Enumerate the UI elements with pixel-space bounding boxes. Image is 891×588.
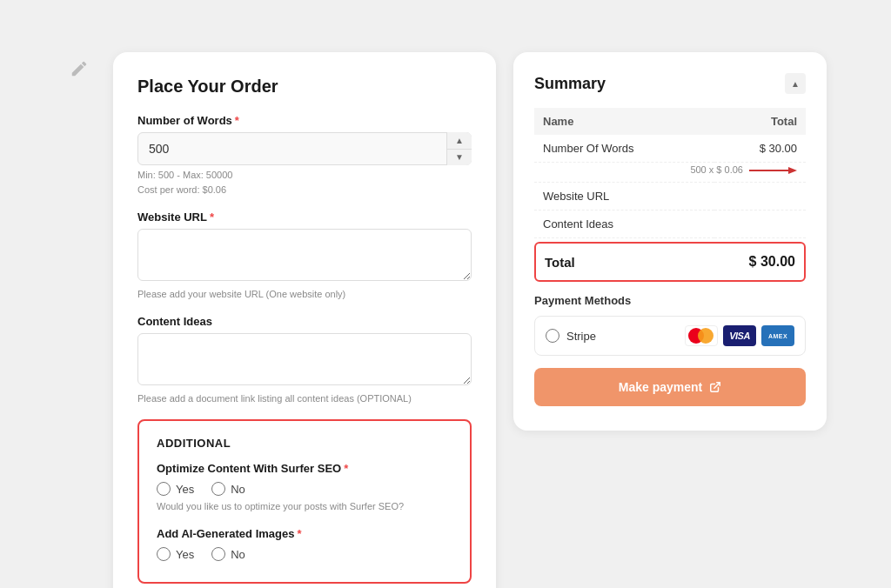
surfer-seo-label: Optimize Content With Surfer SEO*: [157, 462, 452, 475]
summary-title: Summary: [534, 75, 606, 93]
required-star: *: [344, 462, 348, 475]
summary-collapse-button[interactable]: ▲: [785, 73, 806, 94]
spinner-up-button[interactable]: ▲: [447, 132, 472, 150]
amex-icon: AMEX: [761, 325, 794, 346]
external-link-icon: [709, 381, 721, 393]
ai-images-options: Yes No: [157, 547, 452, 561]
col-name-header: Name: [534, 108, 714, 135]
ai-images-yes[interactable]: Yes: [157, 547, 194, 561]
stripe-label: Stripe: [566, 330, 596, 343]
summary-panel: Summary ▲ Name Total Number Of Words $ 3…: [513, 52, 827, 431]
content-ideas-input[interactable]: [137, 333, 472, 385]
spinner-down-button[interactable]: ▼: [447, 150, 472, 166]
surfer-seo-no[interactable]: No: [211, 482, 245, 496]
payment-section: Payment Methods Stripe: [534, 294, 806, 406]
total-value: $ 30.00: [749, 254, 795, 270]
row-total: [714, 210, 806, 238]
summary-table: Name Total Number Of Words $ 30.00 500 x…: [534, 108, 806, 238]
surfer-seo-group: Optimize Content With Surfer SEO* Yes No…: [157, 462, 452, 511]
content-ideas-label: Content Ideas: [137, 315, 472, 328]
required-star: *: [235, 114, 239, 127]
table-sub-row: 500 x $ 0.06: [534, 163, 806, 183]
make-payment-button[interactable]: Make payment: [534, 368, 806, 406]
ai-images-label: Add AI-Generated Images*: [157, 527, 452, 540]
summary-header: Summary ▲: [534, 73, 806, 94]
summary-table-body: Number Of Words $ 30.00 500 x $ 0.06: [534, 135, 806, 238]
row-name: Website URL: [534, 183, 714, 210]
table-row: Content Ideas: [534, 210, 806, 238]
word-count-group: Number of Words* ▲ ▼ Min: 500 - Max: 500…: [137, 114, 472, 195]
row-name: Content Ideas: [534, 210, 714, 238]
surfer-seo-hint: Would you like us to optimize your posts…: [157, 501, 452, 511]
payment-methods-title: Payment Methods: [534, 294, 806, 307]
word-count-min-hint: Min: 500 - Max: 50000: [137, 170, 472, 180]
payment-option-stripe: Stripe VISA AMEX: [534, 316, 806, 356]
total-label: Total: [545, 255, 575, 270]
word-count-label: Number of Words*: [137, 114, 472, 127]
summary-table-head: Name Total: [534, 108, 806, 135]
order-form-panel: Place Your Order Number of Words* ▲ ▼ Mi…: [113, 52, 496, 588]
ai-images-no[interactable]: No: [211, 547, 245, 561]
payment-option-left: Stripe: [546, 329, 596, 343]
ai-images-group: Add AI-Generated Images* Yes No: [157, 527, 452, 561]
additional-section: ADDITIONAL Optimize Content With Surfer …: [137, 419, 472, 584]
table-row: Website URL: [534, 183, 806, 210]
content-ideas-group: Content Ideas Please add a document link…: [137, 315, 472, 404]
total-inner: Total $ 30.00: [536, 244, 804, 280]
word-count-cost-hint: Cost per word: $0.06: [137, 184, 472, 195]
required-star: *: [210, 210, 214, 224]
svg-marker-1: [788, 167, 797, 174]
word-count-input-wrapper: ▲ ▼: [137, 132, 472, 165]
surfer-seo-yes[interactable]: Yes: [157, 482, 194, 496]
website-url-input[interactable]: [137, 229, 472, 281]
annotation-arrow: [749, 164, 797, 177]
website-url-label: Website URL*: [137, 210, 472, 224]
panel-title: Place Your Order: [137, 77, 472, 97]
website-url-group: Website URL* Please add your website URL…: [137, 210, 472, 299]
spinner-buttons: ▲ ▼: [446, 132, 472, 165]
table-row: Number Of Words $ 30.00: [534, 135, 806, 163]
row-sub-detail: 500 x $ 0.06: [534, 163, 806, 183]
col-total-header: Total: [714, 108, 806, 135]
svg-line-2: [714, 383, 720, 388]
row-total: $ 30.00: [714, 135, 806, 163]
word-count-input[interactable]: [137, 132, 472, 165]
payment-card-icons: VISA AMEX: [685, 325, 794, 346]
additional-title: ADDITIONAL: [157, 437, 452, 450]
website-url-hint: Please add your website URL (One website…: [137, 289, 472, 299]
total-wrapper: Total $ 30.00: [534, 242, 806, 282]
required-star: *: [297, 527, 301, 540]
content-ideas-hint: Please add a document link listing all c…: [137, 393, 472, 404]
row-total: [714, 183, 806, 210]
stripe-radio[interactable]: [546, 329, 559, 343]
visa-icon: VISA: [723, 325, 756, 346]
surfer-seo-options: Yes No: [157, 482, 452, 496]
mastercard-icon: [685, 325, 718, 346]
row-name: Number Of Words: [534, 135, 714, 163]
